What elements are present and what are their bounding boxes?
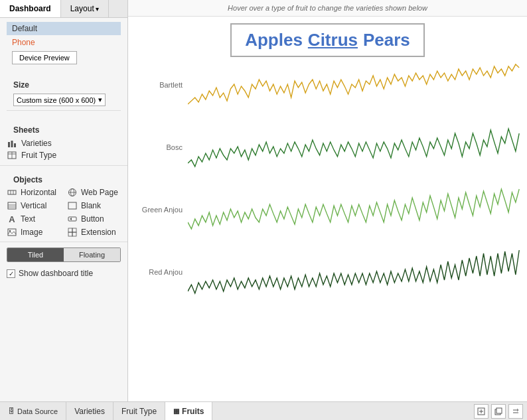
hover-hint: Hover over a type of fruit to change the…	[128, 0, 527, 17]
charts-area: Bartlett Bosc Green Anjou	[128, 61, 527, 401]
object-button-label: Button	[81, 214, 104, 224]
svg-rect-22	[68, 232, 72, 236]
text-icon: A	[7, 214, 17, 224]
object-vertical[interactable]: Vertical	[7, 200, 60, 211]
floating-button[interactable]: Floating	[64, 248, 120, 261]
chart-bartlett	[188, 61, 520, 121]
chart-row-bosc: Bosc	[135, 123, 520, 183]
object-extension-label: Extension	[81, 228, 116, 237]
svg-rect-1	[11, 141, 13, 147]
object-horizontal-label: Horizontal	[21, 188, 56, 197]
device-preview-button[interactable]: Device Preview	[12, 51, 77, 64]
fruit-title-citrus[interactable]: Citrus	[308, 30, 358, 50]
chart-row-bartlett: Bartlett	[135, 61, 520, 121]
object-text[interactable]: A Text	[7, 214, 60, 224]
svg-rect-12	[8, 202, 16, 209]
layout-arrow-icon: ▾	[96, 5, 99, 13]
bottom-tab-fruit-type[interactable]: Fruit Type	[113, 402, 165, 420]
horizontal-layout-icon	[7, 188, 17, 197]
sidebar: Dashboard Layout ▾ Default Phone Device …	[0, 0, 128, 401]
svg-marker-17	[70, 218, 72, 220]
label-bartlett: Bartlett	[135, 61, 188, 89]
label-red-anjou: Red Anjou	[135, 248, 188, 276]
size-title: Size	[13, 80, 114, 90]
objects-section: Objects Horizontal Web Page	[0, 166, 127, 242]
label-green-anjou: Green Anjou	[135, 186, 188, 214]
svg-rect-23	[72, 232, 76, 236]
object-webpage[interactable]: Web Page	[67, 187, 121, 198]
datasource-label: Data Source	[17, 407, 58, 415]
grid-icon: ▦	[173, 407, 179, 415]
fruit-title-pears[interactable]: Pears	[363, 30, 410, 50]
blank-icon	[67, 201, 78, 210]
show-title-row[interactable]: Show dashboard title	[0, 266, 127, 281]
object-image[interactable]: Image	[7, 227, 60, 238]
svg-rect-2	[14, 143, 16, 147]
tab-layout[interactable]: Layout ▾	[61, 0, 109, 17]
duplicate-sheet-button[interactable]	[491, 404, 506, 419]
show-title-checkbox[interactable]	[7, 269, 15, 278]
chart-red-anjou	[188, 248, 520, 308]
object-blank-label: Blank	[81, 201, 101, 210]
show-title-label: Show dashboard title	[19, 269, 93, 278]
fruit-title-box: Apples Citrus Pears	[230, 23, 425, 57]
tab-dashboard[interactable]: Dashboard	[0, 0, 61, 17]
object-image-label: Image	[21, 228, 42, 237]
sidebar-tabs: Dashboard Layout ▾	[0, 0, 127, 18]
size-row: Custom size (600 x 600) ▾	[7, 92, 121, 111]
sheets-section: Sheets Varieties	[0, 116, 127, 166]
device-preview-area: Default Phone Device Preview	[0, 18, 127, 70]
chart-bosc	[188, 123, 520, 183]
default-label[interactable]: Default	[7, 22, 121, 35]
svg-rect-20	[68, 228, 72, 232]
label-bosc: Bosc	[135, 123, 188, 151]
tab-fruit-type-label: Fruit Type	[121, 407, 157, 416]
sheet-fruit-type-label: Fruit Type	[21, 151, 56, 160]
chart-header: Apples Citrus Pears	[128, 17, 527, 61]
main-content: Hover over a type of fruit to change the…	[128, 0, 527, 401]
tab-fruits-label: Fruits	[182, 407, 204, 416]
sheets-title: Sheets	[13, 125, 114, 135]
bottom-icons	[470, 402, 527, 420]
svg-rect-16	[68, 217, 76, 221]
object-text-label: Text	[21, 214, 35, 224]
phone-label[interactable]: Phone	[7, 36, 121, 48]
fruit-title-apples[interactable]: Apples	[245, 30, 303, 50]
svg-rect-28	[496, 408, 502, 413]
chart-row-green-anjou: Green Anjou	[135, 186, 520, 245]
bottom-tab-datasource[interactable]: 🗄 Data Source	[0, 402, 66, 420]
chart-row-red-anjou: Red Anjou	[135, 248, 520, 308]
object-horizontal[interactable]: Horizontal	[7, 187, 60, 198]
new-sheet-button[interactable]	[474, 404, 489, 419]
object-blank[interactable]: Blank	[67, 200, 121, 211]
size-dropdown-icon: ▾	[98, 96, 102, 104]
object-vertical-label: Vertical	[21, 201, 46, 210]
bottom-tab-fruits[interactable]: ▦ Fruits	[165, 402, 212, 420]
object-extension[interactable]: Extension	[67, 227, 121, 238]
tiled-floating-toggle: Tiled Floating	[7, 247, 121, 262]
button-icon	[67, 214, 78, 224]
image-icon	[7, 228, 17, 237]
tab-varieties-label: Varieties	[74, 407, 105, 416]
bar-chart-icon	[7, 139, 17, 148]
sidebar-item-fruit-type[interactable]: Fruit Type	[7, 149, 121, 161]
size-section: Size Custom size (600 x 600) ▾	[0, 70, 127, 116]
extension-icon	[67, 228, 78, 237]
datasource-icon: 🗄	[8, 407, 15, 415]
object-webpage-label: Web Page	[81, 188, 118, 197]
svg-rect-15	[68, 202, 76, 209]
object-button[interactable]: Button	[67, 214, 121, 224]
table-chart-icon	[7, 151, 17, 160]
sort-sheets-button[interactable]	[508, 404, 523, 419]
chart-green-anjou	[188, 186, 520, 245]
sidebar-item-varieties[interactable]: Varieties	[7, 137, 121, 149]
sheet-varieties-label: Varieties	[21, 139, 52, 148]
bottom-tab-varieties[interactable]: Varieties	[66, 402, 113, 420]
objects-title: Objects	[13, 175, 114, 184]
bottom-bar: 🗄 Data Source Varieties Fruit Type ▦ Fru…	[0, 401, 527, 420]
svg-rect-6	[8, 190, 16, 194]
globe-icon	[67, 188, 78, 197]
size-select[interactable]: Custom size (600 x 600) ▾	[13, 94, 106, 106]
tiled-button[interactable]: Tiled	[7, 248, 64, 261]
svg-rect-21	[72, 228, 76, 232]
